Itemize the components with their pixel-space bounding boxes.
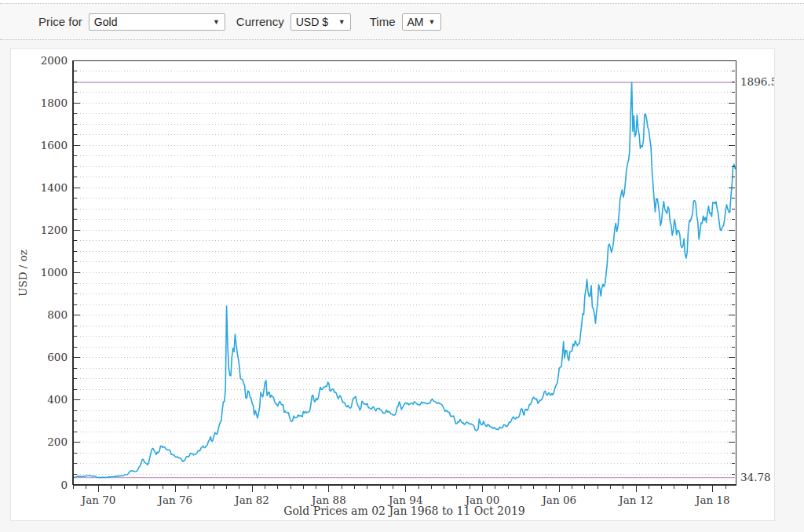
y-tick-label: 1800 (41, 97, 68, 109)
x-tick-label: Jan 76 (157, 494, 193, 506)
y-tick-label: 0 (60, 479, 68, 491)
currency-select[interactable]: USD $ ▼ (291, 13, 351, 31)
currency-select-value: USD $ (296, 16, 328, 28)
x-tick-label: Jan 82 (233, 494, 269, 506)
price-line-series (73, 82, 735, 478)
gold-price-chart: 0200400600800100012001400160018002000Jan… (11, 49, 774, 520)
chart-caption: Gold Prices am 02 Jan 1968 to 11 Oct 201… (283, 505, 525, 517)
y-tick-label: 1400 (41, 181, 68, 194)
chevron-down-icon: ▼ (213, 18, 220, 26)
y-tick-label: 400 (47, 393, 68, 406)
currency-label: Currency (236, 15, 284, 28)
x-tick-label: Jan 06 (540, 494, 576, 506)
time-label: Time (370, 15, 396, 28)
metal-select-value: Gold (94, 16, 118, 28)
gold-price-chart-panel: 0200400600800100012001400160018002000Jan… (10, 48, 775, 521)
chevron-down-icon: ▼ (338, 18, 345, 26)
y-tick-label: 600 (47, 351, 68, 363)
y-tick-label: 2000 (41, 54, 68, 67)
x-tick-label: Jan 18 (694, 494, 730, 506)
gold-price-line (73, 82, 735, 478)
price-controls-bar: Price for Gold ▼ Currency USD $ ▼ Time A… (0, 3, 804, 40)
chevron-down-icon: ▼ (429, 18, 436, 26)
y-axis-title: USD / oz (16, 250, 29, 297)
metal-select[interactable]: Gold ▼ (89, 13, 225, 31)
min-price-label: 34.78 (740, 471, 771, 483)
tick-labels: 0200400600800100012001400160018002000Jan… (41, 54, 730, 507)
y-tick-label: 200 (47, 435, 68, 448)
time-select-value: AM (407, 16, 424, 28)
y-tick-label: 1200 (41, 224, 68, 236)
min-max-reference-lines (74, 82, 735, 478)
y-tick-label: 1600 (41, 139, 68, 151)
y-tick-label: 1000 (41, 266, 68, 279)
x-tick-label: Jan 70 (80, 494, 116, 506)
time-select[interactable]: AM ▼ (402, 13, 441, 31)
max-price-label: 1896.5 (740, 75, 774, 88)
x-tick-label: Jan 12 (617, 494, 653, 506)
y-tick-label: 800 (47, 308, 68, 321)
price-for-label: Price for (38, 15, 82, 28)
